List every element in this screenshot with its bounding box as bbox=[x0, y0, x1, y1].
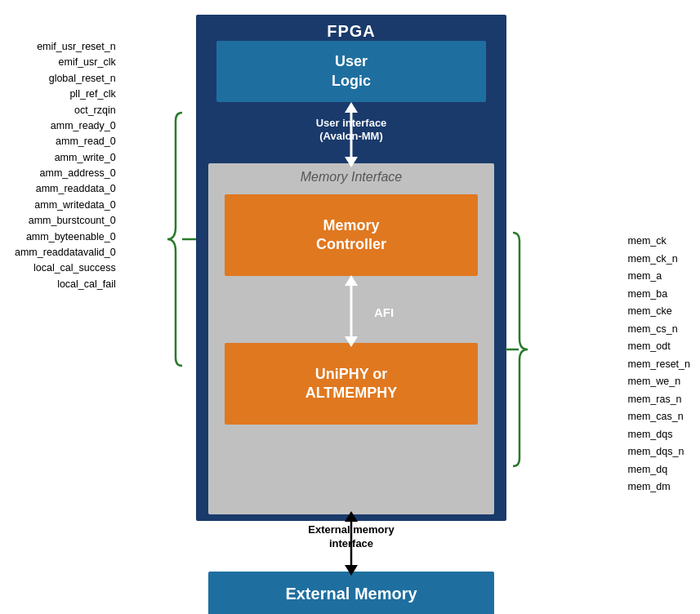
signal-amm-write-0: amm_write_0 bbox=[15, 150, 116, 166]
right-signal-labels: mem_ck mem_ck_n mem_a mem_ba mem_cke mem… bbox=[628, 233, 690, 496]
svg-text:interface: interface bbox=[329, 537, 373, 549]
signal-mem-dq: mem_dq bbox=[628, 461, 690, 479]
signal-mem-dqs: mem_dqs bbox=[628, 426, 690, 444]
signal-mem-dm: mem_dm bbox=[628, 478, 690, 496]
signal-emif-usr-reset-n: emif_usr_reset_n bbox=[15, 39, 116, 55]
signal-pll-ref-clk: pll_ref_clk bbox=[15, 87, 116, 102]
memory-interface-label: Memory Interface bbox=[208, 163, 494, 185]
signal-local-cal-fail: local_cal_fail bbox=[15, 277, 116, 292]
memory-controller-box: MemoryController bbox=[225, 194, 478, 276]
signal-amm-address-0: amm_address_0 bbox=[15, 166, 116, 181]
uniphy-box: UniPHY orALTMEMPHY bbox=[225, 343, 478, 425]
external-memory-label: External Memory bbox=[285, 585, 417, 603]
memory-controller-label: MemoryController bbox=[316, 216, 386, 255]
signal-mem-cke: mem_cke bbox=[628, 303, 690, 321]
signal-amm-readdatavalid-0: amm_readdatavalid_0 bbox=[15, 245, 116, 260]
signal-mem-ck: mem_ck bbox=[628, 233, 690, 251]
signal-mem-cs-n: mem_cs_n bbox=[628, 321, 690, 339]
signal-mem-cas-n: mem_cas_n bbox=[628, 408, 690, 426]
user-logic-label: UserLogic bbox=[332, 52, 371, 91]
signal-mem-ck-n: mem_ck_n bbox=[628, 251, 690, 269]
signal-amm-writedata-0: amm_writedata_0 bbox=[15, 198, 116, 213]
uniphy-label: UniPHY orALTMEMPHY bbox=[305, 365, 398, 403]
signal-amm-ready-0: amm_ready_0 bbox=[15, 118, 116, 134]
signal-mem-a: mem_a bbox=[628, 268, 690, 286]
signal-mem-ras-n: mem_ras_n bbox=[628, 391, 690, 409]
external-memory-box: External Memory bbox=[208, 572, 494, 614]
signal-amm-byteenable-0: amm_byteenable_0 bbox=[15, 229, 116, 245]
signal-mem-odt: mem_odt bbox=[628, 338, 690, 356]
fpga-label: FPGA bbox=[198, 17, 504, 41]
signal-local-cal-success: local_cal_success bbox=[15, 260, 116, 276]
left-signal-labels: emif_usr_reset_n emif_usr_clk global_res… bbox=[15, 39, 116, 292]
diagram-container: emif_usr_reset_n emif_usr_clk global_res… bbox=[0, 0, 700, 614]
signal-global-reset-n: global_reset_n bbox=[15, 71, 116, 87]
signal-mem-reset-n: mem_reset_n bbox=[628, 356, 690, 374]
user-logic-box: UserLogic bbox=[216, 41, 486, 102]
signal-mem-dqs-n: mem_dqs_n bbox=[628, 443, 690, 461]
signal-amm-burstcount-0: amm_burstcount_0 bbox=[15, 213, 116, 229]
signal-mem-we-n: mem_we_n bbox=[628, 373, 690, 391]
svg-text:External memory: External memory bbox=[308, 523, 395, 536]
signal-amm-read-0: amm_read_0 bbox=[15, 134, 116, 149]
signal-emif-usr-clk: emif_usr_clk bbox=[15, 55, 116, 70]
signal-amm-readdata-0: amm_readdata_0 bbox=[15, 181, 116, 197]
signal-mem-ba: mem_ba bbox=[628, 286, 690, 304]
signal-oct-rzqin: oct_rzqin bbox=[15, 103, 116, 118]
